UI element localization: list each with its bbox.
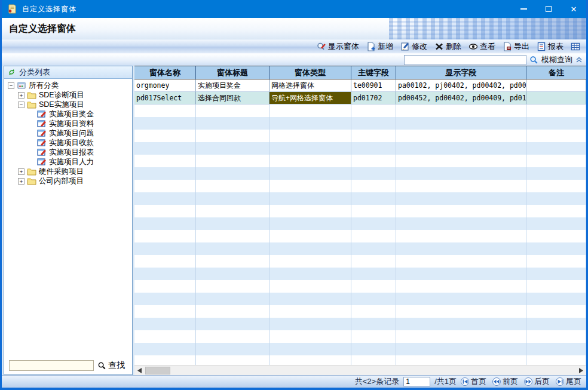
table-cell[interactable] [526,318,586,330]
table-cell[interactable] [134,117,196,130]
table-cell[interactable] [396,167,526,180]
refresh-icon[interactable] [8,68,16,76]
table-cell[interactable] [270,318,351,330]
table-cell[interactable]: 实施项目奖金 [196,79,270,92]
table-cell[interactable] [270,280,351,293]
table-row[interactable]: orgmoney实施项目奖金网格选择窗体te00901pa00102, pj00… [134,79,586,92]
toolbar-show-form-button[interactable]: 显示窗体 [314,41,362,53]
table-cell[interactable] [396,180,526,192]
table-cell[interactable]: 选择合同回款 [196,92,270,105]
table-cell[interactable] [526,180,586,192]
table-cell[interactable] [526,293,586,305]
table-cell[interactable] [134,305,196,318]
table-cell[interactable] [270,105,351,117]
toolbar-grid-button[interactable] [568,41,583,52]
table-cell[interactable] [351,192,396,205]
table-cell[interactable] [526,92,586,105]
table-cell[interactable] [270,117,351,130]
table-cell[interactable] [526,242,586,255]
table-cell[interactable] [351,242,396,255]
table-cell[interactable] [196,355,270,365]
table-empty-row[interactable] [134,142,586,155]
table-cell[interactable] [351,130,396,142]
table-cell[interactable] [526,205,586,217]
table-cell[interactable] [196,192,270,205]
table-cell[interactable] [351,330,396,343]
table-cell[interactable] [270,330,351,343]
tree-find-input[interactable] [9,360,94,371]
table-cell[interactable] [351,105,396,117]
table-cell[interactable] [270,268,351,280]
table-cell[interactable] [134,130,196,142]
table-cell[interactable] [526,343,586,355]
table-empty-row[interactable] [134,305,586,318]
tree-item[interactable]: −所有分类 [4,81,132,90]
next-page-button[interactable]: 后页 [524,376,550,387]
table-cell[interactable] [196,305,270,318]
table-cell[interactable] [270,242,351,255]
column-header[interactable]: 窗体标题 [196,66,270,79]
table-empty-row[interactable] [134,355,586,365]
table-cell[interactable] [396,130,526,142]
tree-item[interactable]: +公司内部项目 [4,176,132,186]
table-empty-row[interactable] [134,242,586,255]
table-empty-row[interactable] [134,255,586,268]
table-cell[interactable] [134,142,196,155]
table-cell[interactable] [270,180,351,192]
table-cell[interactable]: pa00102, pj00402, pd00402, pd00409, pd01 [396,79,526,92]
table-cell[interactable] [351,318,396,330]
fuzzy-query-label[interactable]: 模糊查询 [541,54,572,65]
scroll-right-arrow-icon[interactable] [576,366,586,376]
table-cell[interactable] [396,142,526,155]
table-cell[interactable] [526,280,586,293]
last-page-button[interactable]: 尾页 [556,376,581,387]
table-cell[interactable] [196,105,270,117]
table-cell[interactable]: pd017Select [134,92,196,105]
table-cell[interactable] [270,192,351,205]
table-cell[interactable] [196,205,270,217]
tree-find-button[interactable]: 查找 [97,360,125,371]
expand-icon[interactable]: + [18,168,24,175]
page-number-input[interactable] [403,377,430,386]
table-empty-row[interactable] [134,192,586,205]
table-cell[interactable] [270,167,351,180]
table-cell[interactable] [396,155,526,167]
table-cell[interactable] [396,318,526,330]
table-cell[interactable] [270,343,351,355]
expand-icon[interactable]: + [18,92,24,99]
tree-item[interactable]: +硬件采购项目 [4,167,132,176]
table-cell[interactable] [134,330,196,343]
table-cell[interactable] [196,167,270,180]
minimize-button[interactable] [511,0,536,18]
table-cell[interactable] [526,155,586,167]
table-cell[interactable] [134,230,196,242]
table-cell[interactable] [134,343,196,355]
table-empty-row[interactable] [134,205,586,217]
table-cell[interactable] [134,268,196,280]
table-empty-row[interactable] [134,130,586,142]
tree-item[interactable]: 实施项目奖金 [4,109,132,119]
table-cell[interactable] [396,230,526,242]
table-empty-row[interactable] [134,280,586,293]
table-cell[interactable] [196,130,270,142]
toolbar-delete-button[interactable]: 删除 [432,41,464,53]
table-cell[interactable] [134,293,196,305]
table-row[interactable]: pd017Select选择合同回款导航+网格选择窗体pd01702pd00452… [134,92,586,105]
table-cell[interactable] [396,192,526,205]
table-cell[interactable] [196,343,270,355]
table-cell[interactable] [396,105,526,117]
table-cell[interactable] [196,155,270,167]
table-cell[interactable] [351,167,396,180]
column-header[interactable]: 窗体类型 [270,66,351,79]
table-empty-row[interactable] [134,268,586,280]
scrollbar-thumb[interactable] [145,367,170,374]
table-cell[interactable] [526,268,586,280]
table-cell[interactable] [396,217,526,230]
collapse-icon[interactable]: − [8,82,14,89]
toolbar-edit-button[interactable]: 修改 [398,41,430,53]
table-cell[interactable] [526,355,586,365]
table-cell[interactable] [526,130,586,142]
table-cell[interactable] [134,167,196,180]
toolbar-report-button[interactable]: 报表 [534,41,566,53]
table-cell[interactable] [526,217,586,230]
